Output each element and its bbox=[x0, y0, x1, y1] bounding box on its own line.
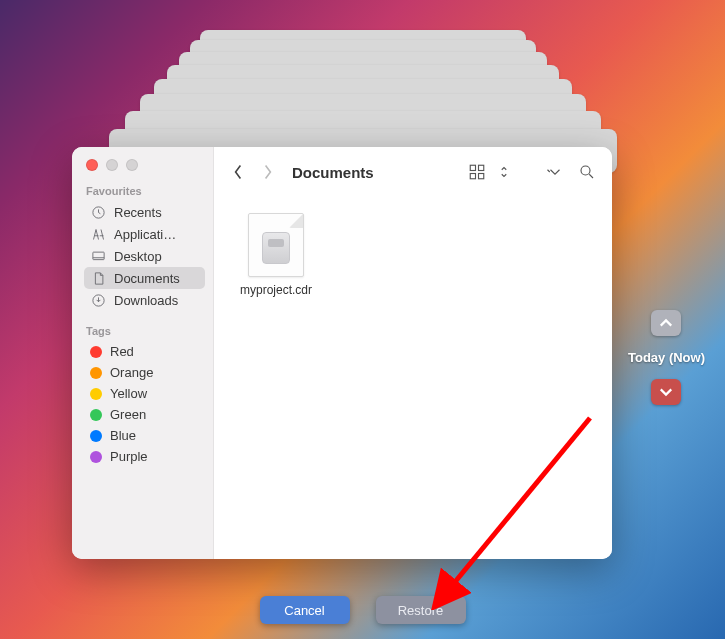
sidebar-item-label: Yellow bbox=[110, 386, 147, 401]
view-mode-dropdown-icon[interactable] bbox=[498, 161, 510, 183]
timeline-up-button[interactable] bbox=[651, 310, 681, 336]
file-item[interactable]: myproject.cdr bbox=[234, 213, 318, 297]
finder-window: Favourites Recents Applicati… Desktop bbox=[72, 147, 612, 559]
svg-rect-3 bbox=[470, 165, 475, 170]
sidebar-item-label: Red bbox=[110, 344, 134, 359]
applications-icon bbox=[90, 226, 106, 242]
file-name: myproject.cdr bbox=[234, 283, 318, 297]
back-button[interactable] bbox=[228, 160, 248, 184]
downloads-icon bbox=[90, 292, 106, 308]
zoom-window-button[interactable] bbox=[126, 159, 138, 171]
view-mode-button[interactable] bbox=[466, 161, 488, 183]
sidebar-item-label: Desktop bbox=[114, 249, 162, 264]
action-bar: Cancel Restore bbox=[260, 596, 466, 624]
sidebar-item-desktop[interactable]: Desktop bbox=[84, 245, 205, 267]
finder-sidebar: Favourites Recents Applicati… Desktop bbox=[72, 147, 214, 559]
cancel-button[interactable]: Cancel bbox=[260, 596, 350, 624]
document-icon bbox=[90, 270, 106, 286]
svg-rect-5 bbox=[470, 174, 475, 179]
finder-toolbar: Documents bbox=[214, 147, 612, 197]
sidebar-item-label: Recents bbox=[114, 205, 162, 220]
sidebar-tag-yellow[interactable]: Yellow bbox=[84, 383, 205, 404]
sidebar-item-applications[interactable]: Applicati… bbox=[84, 223, 205, 245]
sidebar-item-documents[interactable]: Documents bbox=[84, 267, 205, 289]
forward-button[interactable] bbox=[258, 160, 278, 184]
sidebar-item-downloads[interactable]: Downloads bbox=[84, 289, 205, 311]
sidebar-tag-green[interactable]: Green bbox=[84, 404, 205, 425]
svg-rect-6 bbox=[479, 174, 484, 179]
tag-dot-icon bbox=[90, 388, 102, 400]
sidebar-item-label: Green bbox=[110, 407, 146, 422]
timeline-down-button[interactable] bbox=[651, 379, 681, 405]
sidebar-tag-red[interactable]: Red bbox=[84, 341, 205, 362]
svg-rect-1 bbox=[92, 252, 103, 260]
window-controls bbox=[84, 159, 205, 171]
restore-button[interactable]: Restore bbox=[376, 596, 466, 624]
close-window-button[interactable] bbox=[86, 159, 98, 171]
sidebar-tag-purple[interactable]: Purple bbox=[84, 446, 205, 467]
file-grid[interactable]: myproject.cdr bbox=[214, 197, 612, 559]
tag-dot-icon bbox=[90, 367, 102, 379]
sidebar-section-tags: Tags bbox=[86, 325, 205, 337]
sidebar-item-label: Downloads bbox=[114, 293, 178, 308]
sidebar-item-label: Documents bbox=[114, 271, 180, 286]
sidebar-tag-blue[interactable]: Blue bbox=[84, 425, 205, 446]
sidebar-section-favourites: Favourites bbox=[86, 185, 205, 197]
timeline-label: Today (Now) bbox=[628, 350, 705, 365]
timeline-controls: Today (Now) bbox=[628, 310, 705, 405]
more-button[interactable] bbox=[544, 161, 566, 183]
sidebar-item-label: Blue bbox=[110, 428, 136, 443]
sidebar-tag-orange[interactable]: Orange bbox=[84, 362, 205, 383]
svg-point-7 bbox=[581, 166, 590, 175]
svg-rect-4 bbox=[479, 165, 484, 170]
tag-dot-icon bbox=[90, 346, 102, 358]
sidebar-item-label: Purple bbox=[110, 449, 148, 464]
clock-icon bbox=[90, 204, 106, 220]
sidebar-item-label: Orange bbox=[110, 365, 153, 380]
minimize-window-button[interactable] bbox=[106, 159, 118, 171]
search-button[interactable] bbox=[576, 161, 598, 183]
folder-title: Documents bbox=[292, 164, 374, 181]
tag-dot-icon bbox=[90, 430, 102, 442]
sidebar-item-label: Applicati… bbox=[114, 227, 176, 242]
tag-dot-icon bbox=[90, 451, 102, 463]
tag-dot-icon bbox=[90, 409, 102, 421]
finder-content: Documents bbox=[214, 147, 612, 559]
sidebar-item-recents[interactable]: Recents bbox=[84, 201, 205, 223]
desktop-icon bbox=[90, 248, 106, 264]
file-icon bbox=[248, 213, 304, 277]
time-machine-background: Favourites Recents Applicati… Desktop bbox=[0, 0, 725, 639]
